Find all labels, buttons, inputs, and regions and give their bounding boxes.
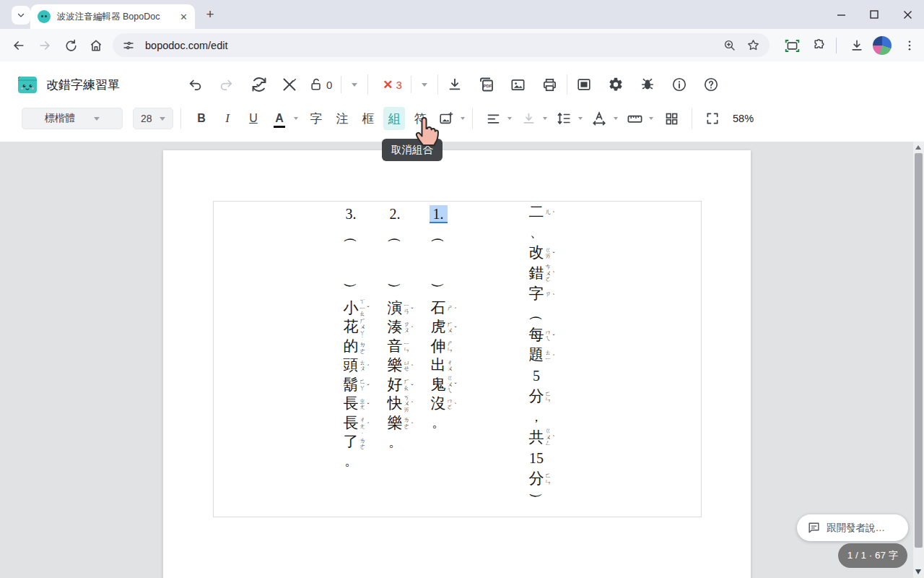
doc-glyph[interactable]: （: [527, 304, 546, 324]
vertical-align-caret[interactable]: [543, 117, 547, 120]
doc-column-3[interactable]: 3.（）小ㄒㄧㄠˇ花ㄏㄨㄚ的˙ㄉㄜ頭ㄊㄡˊ鬍ㄈㄚˇ長ㄓㄤˇ長ㄔㄤˊ了˙ㄌㄜ。: [341, 202, 360, 471]
doc-glyph[interactable]: 虎ㄏㄨˇ: [429, 318, 448, 337]
doc-glyph[interactable]: 頭ㄊㄡˊ: [341, 356, 360, 376]
zoom-level[interactable]: 58%: [733, 113, 754, 124]
error-count-group[interactable]: ✕ 3: [378, 76, 427, 93]
ruler-button[interactable]: [624, 107, 645, 130]
align-caret[interactable]: [507, 117, 512, 120]
doc-glyph[interactable]: （: [341, 226, 360, 246]
group-tool-button[interactable]: 組: [383, 107, 405, 130]
url-text[interactable]: bopodoc.com/edit: [145, 40, 720, 51]
doc-glyph[interactable]: 出ㄔㄨ: [429, 356, 448, 376]
doc-glyph[interactable]: 分ㄈㄣ: [527, 468, 546, 488]
home-button[interactable]: [87, 37, 105, 54]
doc-glyph[interactable]: 每ㄇㄟˇ: [527, 324, 546, 345]
bold-button[interactable]: B: [191, 107, 212, 130]
doc-glyph[interactable]: 2.: [385, 202, 404, 226]
new-tab-button[interactable]: +: [202, 7, 218, 22]
settings-gear-icon[interactable]: [606, 75, 625, 94]
doc-glyph[interactable]: 改ㄍㄞˇ: [527, 243, 546, 263]
zoom-in-icon[interactable]: [720, 36, 739, 55]
redo-button[interactable]: [217, 75, 235, 94]
scrollbar[interactable]: [913, 142, 924, 578]
doc-glyph[interactable]: 了˙ㄌㄜ: [341, 433, 360, 452]
screenshot-extension-icon[interactable]: [783, 37, 801, 54]
doc-glyph[interactable]: 。: [341, 452, 360, 471]
doc-glyph[interactable]: 、: [527, 222, 546, 242]
error-dropdown-caret[interactable]: [422, 83, 427, 87]
doc-glyph[interactable]: 。: [429, 413, 448, 433]
doc-glyph[interactable]: ）: [341, 278, 360, 298]
doc-glyph[interactable]: 。: [385, 433, 404, 452]
doc-glyph[interactable]: 長ㄔㄤˊ: [341, 413, 360, 433]
downloads-icon[interactable]: [848, 37, 866, 54]
doc-glyph[interactable]: ）: [385, 278, 404, 298]
address-bar[interactable]: bopodoc.com/edit: [113, 33, 770, 57]
doc-glyph[interactable]: ，: [527, 407, 546, 427]
grid-layout-button[interactable]: [661, 107, 682, 130]
frame-tool-button[interactable]: 框: [357, 107, 379, 130]
doc-glyph[interactable]: 鬍ㄈㄚˇ: [341, 375, 360, 394]
answer-blank[interactable]: [429, 246, 448, 278]
download-doc-button[interactable]: [445, 75, 464, 94]
back-button[interactable]: [10, 37, 27, 54]
doc-glyph[interactable]: 湊ㄗㄡˋ: [385, 318, 404, 337]
doc-glyph[interactable]: 二ㄦˋ: [527, 202, 546, 222]
help-icon[interactable]: [702, 75, 720, 94]
doc-glyph[interactable]: 長ㄓㄤˇ: [341, 394, 360, 414]
lock-dropdown-caret[interactable]: [352, 83, 357, 87]
export-image-button[interactable]: [509, 75, 528, 94]
scroll-down-arrow[interactable]: [915, 569, 921, 574]
extensions-puzzle-icon[interactable]: [811, 37, 828, 54]
text-color-button[interactable]: A: [269, 107, 290, 130]
doc-column-1[interactable]: 1.（）石ㄕˊ虎ㄏㄨˇ伸ㄕㄣ出ㄔㄨ鬼ㄍㄨㄟˇ沒ㄇㄛˋ。: [429, 202, 448, 433]
tab-close-icon[interactable]: ✕: [180, 12, 188, 22]
answer-blank[interactable]: [385, 246, 404, 278]
ruler-caret[interactable]: [649, 117, 653, 120]
presentation-mode-button[interactable]: [575, 75, 593, 94]
doc-glyph[interactable]: 的˙ㄉㄜ: [341, 337, 360, 356]
forward-button[interactable]: [36, 37, 53, 54]
doc-glyph[interactable]: 字ㄗˋ: [527, 284, 546, 304]
scroll-up-arrow[interactable]: [915, 145, 921, 150]
insert-image-caret[interactable]: [461, 117, 465, 120]
doc-glyph[interactable]: （: [429, 226, 448, 246]
text-color-caret[interactable]: [294, 117, 298, 120]
char-tool-button[interactable]: 字: [305, 107, 327, 130]
bookmark-star-icon[interactable]: [744, 36, 762, 55]
italic-button[interactable]: I: [217, 107, 238, 130]
doc-glyph[interactable]: 3.: [341, 202, 360, 226]
doc-glyph[interactable]: 錯ㄘㄨㄛˋ: [527, 263, 546, 283]
answer-blank[interactable]: [341, 246, 360, 278]
doc-glyph[interactable]: 樂ㄌㄜˋ: [385, 413, 404, 433]
mark-error-button[interactable]: [280, 75, 299, 94]
doc-glyph[interactable]: 沒ㄇㄛˋ: [429, 394, 448, 414]
align-button[interactable]: [482, 107, 504, 130]
doc-glyph[interactable]: 5: [527, 366, 546, 386]
underline-button[interactable]: U: [243, 107, 264, 130]
fullscreen-button[interactable]: [702, 107, 723, 130]
document-page[interactable]: 二ㄦˋ、改ㄍㄞˇ錯ㄘㄨㄛˋ字ㄗˋ（每ㄇㄟˇ題ㄊㄧˊ5分ㄈㄣ，共ㄍㄨㄥˋ15分ㄈㄣ…: [163, 150, 751, 578]
tab-search-button[interactable]: [12, 6, 30, 25]
undo-button[interactable]: [186, 75, 205, 94]
doc-glyph[interactable]: 分ㄈㄣ: [527, 387, 546, 407]
sync-check-button[interactable]: [250, 75, 269, 94]
site-info-icon[interactable]: [122, 39, 135, 52]
doc-glyph[interactable]: 樂ㄩㄝˋ: [385, 356, 404, 376]
doc-glyph[interactable]: ）: [429, 278, 448, 298]
export-pdf-button[interactable]: PDF: [477, 75, 496, 94]
doc-glyph[interactable]: 共ㄍㄨㄥˋ: [527, 427, 546, 447]
scrollbar-thumb[interactable]: [915, 153, 923, 548]
vertical-align-button[interactable]: [518, 107, 539, 130]
doc-glyph[interactable]: 鬼ㄍㄨㄟˇ: [429, 375, 448, 394]
doc-glyph[interactable]: 演ㄧㄢˇ: [385, 298, 404, 318]
bug-report-icon[interactable]: [638, 75, 657, 94]
doc-glyph[interactable]: （: [385, 226, 404, 246]
info-icon[interactable]: [670, 75, 689, 94]
char-width-button[interactable]: [588, 107, 610, 130]
lock-count-group[interactable]: 0: [309, 76, 357, 93]
doc-glyph[interactable]: 小ㄒㄧㄠˇ: [341, 298, 360, 318]
doc-column-2[interactable]: 2.（）演ㄧㄢˇ湊ㄗㄡˋ音ㄧㄣ樂ㄩㄝˋ好ㄏㄠˇ快ㄎㄨㄞˋ樂ㄌㄜˋ。: [385, 202, 404, 452]
print-button[interactable]: [541, 75, 559, 94]
browser-tab[interactable]: 波波注音編輯器 BopoDoc ✕: [30, 4, 195, 29]
